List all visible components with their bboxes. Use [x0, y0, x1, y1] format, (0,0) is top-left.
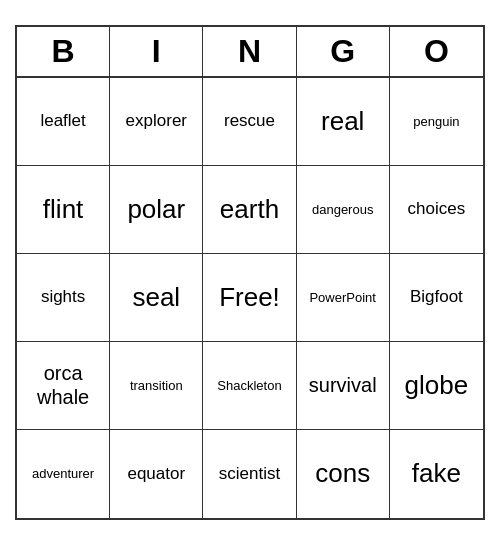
cell-text: polar — [127, 194, 185, 225]
bingo-cell: Free! — [203, 254, 296, 342]
cell-text: seal — [132, 282, 180, 313]
bingo-grid: leafletexplorerrescuerealpenguinflintpol… — [17, 78, 483, 518]
bingo-cell: survival — [297, 342, 390, 430]
cell-text: transition — [130, 378, 183, 393]
cell-text: equator — [127, 464, 185, 484]
bingo-cell: adventurer — [17, 430, 110, 518]
header-letter: I — [110, 27, 203, 76]
bingo-cell: equator — [110, 430, 203, 518]
cell-text: choices — [408, 199, 466, 219]
cell-text: cons — [315, 458, 370, 489]
bingo-cell: Shackleton — [203, 342, 296, 430]
bingo-cell: orca whale — [17, 342, 110, 430]
bingo-cell: dangerous — [297, 166, 390, 254]
bingo-cell: PowerPoint — [297, 254, 390, 342]
cell-text: globe — [405, 370, 469, 401]
bingo-header: BINGO — [17, 27, 483, 78]
cell-text: fake — [412, 458, 461, 489]
cell-text: flint — [43, 194, 83, 225]
bingo-card: BINGO leafletexplorerrescuerealpenguinfl… — [15, 25, 485, 520]
bingo-cell: Bigfoot — [390, 254, 483, 342]
cell-text: adventurer — [32, 466, 94, 481]
bingo-cell: polar — [110, 166, 203, 254]
bingo-cell: leaflet — [17, 78, 110, 166]
header-letter: O — [390, 27, 483, 76]
bingo-cell: fake — [390, 430, 483, 518]
cell-text: Shackleton — [217, 378, 281, 393]
cell-text: sights — [41, 287, 85, 307]
header-letter: N — [203, 27, 296, 76]
cell-text: Free! — [219, 282, 280, 313]
bingo-cell: earth — [203, 166, 296, 254]
cell-text: Bigfoot — [410, 287, 463, 307]
cell-text: scientist — [219, 464, 280, 484]
bingo-cell: penguin — [390, 78, 483, 166]
cell-text: rescue — [224, 111, 275, 131]
cell-text: penguin — [413, 114, 459, 129]
cell-text: explorer — [126, 111, 187, 131]
bingo-cell: scientist — [203, 430, 296, 518]
bingo-cell: explorer — [110, 78, 203, 166]
cell-text: PowerPoint — [309, 290, 375, 305]
cell-text: orca whale — [37, 361, 89, 409]
bingo-cell: flint — [17, 166, 110, 254]
bingo-cell: rescue — [203, 78, 296, 166]
cell-text: dangerous — [312, 202, 373, 217]
cell-text: real — [321, 106, 364, 137]
bingo-cell: sights — [17, 254, 110, 342]
bingo-cell: real — [297, 78, 390, 166]
bingo-cell: choices — [390, 166, 483, 254]
header-letter: B — [17, 27, 110, 76]
header-letter: G — [297, 27, 390, 76]
cell-text: survival — [309, 374, 377, 397]
bingo-cell: transition — [110, 342, 203, 430]
bingo-cell: seal — [110, 254, 203, 342]
bingo-cell: globe — [390, 342, 483, 430]
bingo-cell: cons — [297, 430, 390, 518]
cell-text: earth — [220, 194, 279, 225]
cell-text: leaflet — [40, 111, 85, 131]
